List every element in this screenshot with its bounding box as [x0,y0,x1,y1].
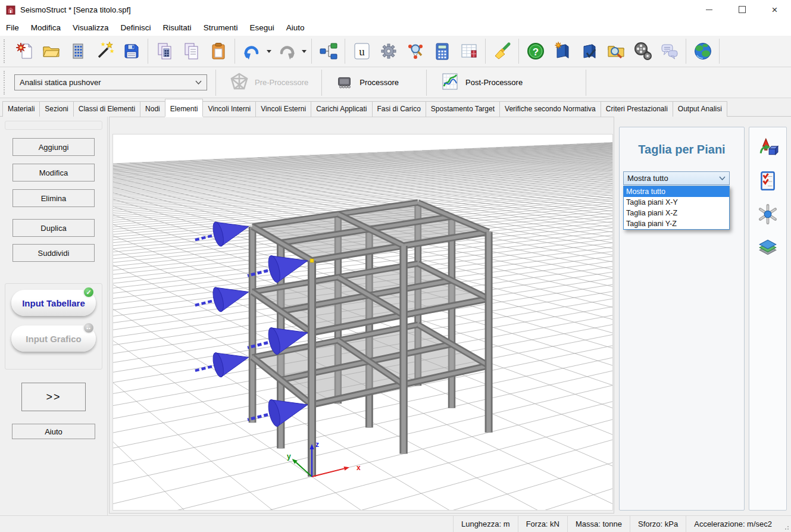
chevron-down-icon [719,176,726,180]
feedback-button[interactable] [656,37,683,65]
redo-menu-button[interactable] [300,37,308,65]
connectivity-button[interactable] [315,37,342,65]
calculator-button[interactable] [429,37,455,65]
cut-plane-option-taglia-piani-x-z[interactable]: Taglia piani X-Z [624,208,729,218]
tab-classi-di-elementi[interactable]: Classi di Elementi [73,101,140,117]
close-button[interactable]: × [758,0,791,19]
slabs-layers-button[interactable] [757,237,779,258]
menu-modifica[interactable]: Modifica [25,23,67,32]
redo-caret-icon [302,50,307,53]
cut-plane-option-mostra-tutto[interactable]: Mostra tutto [624,186,729,197]
sidebar-action-buttons: AggiungiModificaEliminaDuplicaSuddividi [0,138,107,262]
verify-book-button[interactable] [576,37,602,65]
menu-risultati[interactable]: Risultati [157,23,198,32]
toolbar-separator [311,39,312,64]
model-zoom-button[interactable] [402,37,429,65]
cut-plane-option-taglia-piani-x-y[interactable]: Taglia piani X-Y [624,197,729,208]
status-lunghezza: Lunghezza: m [453,516,518,532]
input-tabellare-label: Input Tabellare [22,298,85,308]
tab-carichi-applicati[interactable]: Carichi Applicati [311,101,372,117]
settings-button[interactable] [375,37,402,65]
cut-plane-option-taglia-piani-y-z[interactable]: Taglia piani Y-Z [624,218,729,229]
expand-table-button[interactable]: >> [21,383,86,411]
undo-button[interactable] [238,37,265,65]
nodes-view-button[interactable] [757,204,779,225]
copy-model-button[interactable] [151,37,178,65]
duplica-button[interactable]: Duplica [12,219,95,237]
tutorial-book-button[interactable] [549,37,576,65]
copy-page-button[interactable] [178,37,205,65]
menu-strumenti[interactable]: Strumenti [198,23,244,32]
new-model-button[interactable] [11,37,37,65]
feedback-icon [659,41,680,61]
post-processore-button[interactable]: Post-Processore [430,69,532,96]
building-modeller-button[interactable] [64,37,91,65]
tab-materiali[interactable]: Materiali [2,101,40,117]
tab-vincoli-interni[interactable]: Vincoli Interni [202,101,256,117]
table-grid-button[interactable] [455,37,482,65]
format-brush-button[interactable] [489,37,515,65]
tab-vincoli-esterni[interactable]: Vincoli Esterni [255,101,311,117]
web-site-icon [693,41,713,61]
cut-plane-dropdown-value: Mostra tutto [627,174,668,183]
save-button[interactable] [118,37,145,65]
search-project-button[interactable] [602,37,629,65]
svg-text:y: y [287,452,291,461]
search-project-icon [606,41,626,61]
cut-plane-dropdown[interactable]: Mostra tutto [623,171,730,185]
toolbar-separator [719,39,720,64]
tab-output-analisi[interactable]: Output Analisi [673,101,727,117]
resize-grip[interactable] [780,516,791,532]
undo-menu-button[interactable] [265,37,273,65]
open-project-button[interactable] [37,37,64,65]
viewport-3d-scene[interactable]: xyz [113,134,612,510]
minimize-button[interactable] [693,0,726,19]
tab-spostamento-target[interactable]: Spostamento Target [426,101,500,117]
tab-elementi[interactable]: Elementi [165,99,204,117]
elimina-button[interactable]: Elimina [12,189,95,207]
menu-esegui[interactable]: Esegui [243,23,280,32]
title-bar: SeismoStruct * [Senza titolo.spf] × [0,0,791,20]
web-site-button[interactable] [689,37,716,65]
aggiungi-button[interactable]: Aggiungi [12,138,95,156]
toolbar-drag-handle[interactable] [4,39,7,63]
units-button[interactable]: u [348,37,375,65]
maximize-icon [739,6,746,13]
analysis-type-dropdown[interactable]: Analisi statica pushover [14,74,207,90]
tab-sezioni[interactable]: Sezioni [39,101,73,117]
tab-nodi[interactable]: Nodi [140,101,165,117]
tab-criteri-prestazionali[interactable]: Criteri Prestazionali [601,101,673,117]
save-icon [121,41,142,61]
help-button[interactable]: ? [522,37,549,65]
toolbar-drag-handle[interactable] [4,71,7,95]
sidebar-help-button[interactable]: Aiuto [12,424,95,439]
maximize-button[interactable] [726,0,758,19]
criteria-checklist-button[interactable] [757,170,779,192]
pre-processore-button[interactable]: Pre-Processore [220,69,318,96]
calculator-icon [432,41,452,61]
modifica-button[interactable]: Modifica [12,164,95,181]
menu-visualizza[interactable]: Visualizza [67,23,115,32]
input-grafico-inactive-badge-icon: •• [83,322,95,334]
video-tutorials-button[interactable] [629,37,656,65]
toolbar-separator [148,39,148,64]
viewport-frame: xyz [109,117,614,514]
tab-fasi-di-carico[interactable]: Fasi di Carico [372,101,426,117]
processore-button[interactable]: Processore [326,69,408,96]
paste-button[interactable] [205,37,232,65]
suddividi-button[interactable]: Suddividi [12,244,95,262]
toolbar-separator [235,39,235,64]
redo-button[interactable] [273,37,300,65]
tab-verifiche-secondo-normativa[interactable]: Verifiche secondo Normativa [499,101,601,117]
input-tabellare-button[interactable]: Input Tabellare ✓ [11,290,96,316]
main-content: AggiungiModificaEliminaDuplicaSuddividi … [0,117,791,515]
minimize-icon [706,10,712,10]
cut-planes-panel: Taglia per Piani Mostra tutto Mostra tut… [619,127,745,511]
menu-definisci[interactable]: Definisci [115,23,157,32]
menu-aiuto[interactable]: Aiuto [280,23,311,32]
view-3d-button[interactable] [757,137,779,158]
menu-file[interactable]: File [0,23,25,32]
input-grafico-button[interactable]: Input Grafico •• [11,326,96,352]
wizard-button[interactable] [91,37,118,65]
status-forza: Forza: kN [518,516,567,532]
